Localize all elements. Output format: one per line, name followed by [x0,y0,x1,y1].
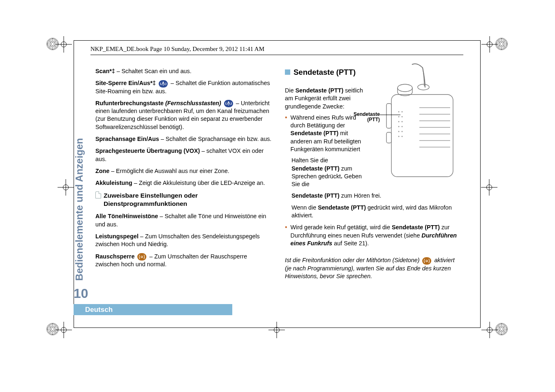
antenna-icon [224,100,233,107]
item-akku: Akkuleistung – Zeigt die Akkuleistung üb… [95,179,272,187]
svg-point-19 [398,131,400,132]
item-call-interrupt: Rufunterbrechungstaste (Fernschlusstaste… [95,99,272,131]
content-area: Scan*‡ – Schaltet Scan ein und aus. Site… [95,67,461,284]
left-column: Scan*‡ – Schaltet Scan ein und aus. Site… [95,67,272,284]
item-voice-announce: Sprachansage Ein/Aus – Schaltet die Spra… [95,135,272,143]
bullet-icon: • [285,224,287,247]
crosshair-icon [481,179,497,196]
item-scan: Scan*‡ – Schaltet Scan ein und aus. [95,67,272,75]
svg-rect-3 [391,95,453,177]
item-tones: Alle Töne/Hinweistöne – Schaltet alle Tö… [95,212,272,228]
crosshair-icon [56,36,72,53]
svg-point-13 [398,116,400,118]
item-power: Leistungspegel – Zum Umschalten des Send… [95,233,272,249]
item-zone: Zone – Ermöglicht die Auswahl aus nur ei… [95,167,272,175]
svg-point-11 [398,111,400,113]
page-number: 10 [74,286,88,301]
svg-rect-23 [386,104,391,128]
svg-point-1 [398,84,412,92]
item-vox: Sprachgesteuerte Übertragung (VOX) – sch… [95,147,272,163]
signal-icon [137,253,146,261]
bullet-2: • Wird gerade kein Ruf getätigt, wird di… [285,224,461,247]
square-bullet-icon [285,69,290,75]
crosshair-icon [481,322,498,338]
svg-point-12 [402,111,403,113]
svg-point-22 [402,136,403,137]
svg-point-17 [398,126,400,127]
crosshair-icon [58,179,74,196]
svg-rect-24 [386,132,391,143]
section-heading-settings: Zuweisbare Einstellungen oder Dienstprog… [95,191,272,209]
header-rule [90,55,463,55]
document-icon [95,191,101,198]
language-bar: Deutsch [74,304,232,315]
svg-point-14 [402,116,403,118]
mic-activate: Wenn die Sendetaste (PTT) gedrückt wird,… [291,204,461,220]
svg-point-2 [418,84,429,90]
antenna-icon [159,80,168,88]
hold-instruction: Halten Sie die Sendetaste (PTT) zum Spre… [291,157,363,188]
right-column: Sendetaste (PTT) [285,67,461,284]
svg-point-15 [398,121,400,122]
bullet-1: • Während eines Rufs wird durch Betätigu… [285,114,363,153]
bullet-icon: • [285,114,287,153]
svg-point-0 [141,256,143,258]
ptt-callout-label: Sendetaste(PTT) [354,112,380,122]
svg-point-18 [402,126,403,127]
item-squelch: Rauschsperre – Zum Umschalten der Rausch… [95,253,272,269]
signal-icon [422,257,431,265]
side-tab-title: Bedienelemente und Anzeigen [74,138,85,281]
ptt-callout-line [380,115,400,115]
svg-point-16 [402,121,403,122]
svg-point-21 [398,136,400,137]
release-instruction: Sendetaste (PTT) zum Hören frei. [291,192,461,200]
item-sitelock: Site-Sperre Ein/Aus*‡ – Schaltet die Fun… [95,79,272,95]
page-header: NKP_EMEA_DE.book Page 10 Sunday, Decembe… [90,46,264,53]
svg-point-25 [426,260,428,262]
svg-point-20 [402,131,403,132]
sidetone-note: Ist die Freitonfunktion oder der Mithört… [285,256,461,280]
language-label: Deutsch [85,306,113,314]
ptt-intro: Die Sendetaste (PTT) seitlich am Funkger… [285,87,363,111]
crosshair-icon [481,36,498,53]
crosshair-icon [56,322,72,338]
